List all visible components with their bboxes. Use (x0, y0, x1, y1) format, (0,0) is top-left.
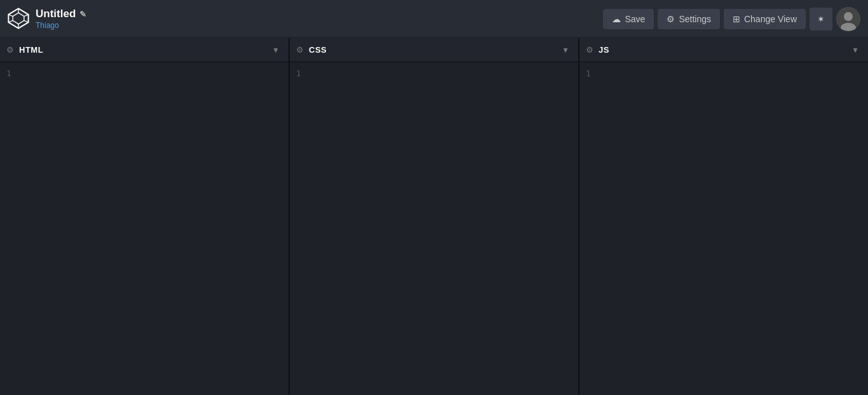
settings-label: Settings (679, 14, 711, 24)
project-owner: Thiago (36, 21, 86, 30)
js-panel-chevron[interactable]: ▼ (849, 44, 862, 56)
pin-icon: ✶ (817, 14, 825, 24)
html-panel-content[interactable]: 1 (0, 62, 288, 395)
html-panel-title: HTML (19, 45, 43, 55)
svg-line-7 (8, 15, 13, 17)
avatar-button[interactable] (836, 7, 860, 31)
css-panel-title: CSS (309, 45, 327, 55)
topbar: Untitled ✎ Thiago ☁ Save ⚙ Settings ⊞ Ch… (0, 0, 868, 38)
js-panel-header-left: ⚙ JS (586, 45, 609, 55)
html-panel-header: ⚙ HTML ▼ (0, 38, 288, 62)
css-panel-chevron[interactable]: ▼ (559, 44, 572, 56)
css-gear-icon[interactable]: ⚙ (296, 45, 304, 55)
css-panel-header-left: ⚙ CSS (296, 45, 327, 55)
change-view-button[interactable]: ⊞ Change View (724, 9, 806, 29)
js-gear-icon[interactable]: ⚙ (586, 45, 593, 55)
html-line-number-1: 1 (6, 69, 11, 78)
html-panel-chevron[interactable]: ▼ (269, 44, 282, 56)
topbar-left: Untitled ✎ Thiago (8, 8, 86, 29)
project-title-text: Untitled (36, 8, 76, 20)
edit-icon[interactable]: ✎ (79, 10, 86, 20)
save-cloud-icon: ☁ (612, 14, 621, 24)
editor-area: ⚙ HTML ▼ 1 ⚙ CSS ▼ 1 ⚙ JS ▼ (0, 38, 868, 395)
js-panel-content[interactable]: 1 (580, 62, 868, 395)
js-panel: ⚙ JS ▼ 1 (580, 38, 868, 395)
save-label: Save (625, 14, 645, 24)
css-panel-header: ⚙ CSS ▼ (290, 38, 578, 62)
css-panel-content[interactable]: 1 (290, 62, 578, 395)
svg-line-6 (8, 21, 13, 23)
js-panel-title: JS (599, 45, 609, 55)
js-panel-header: ⚙ JS ▼ (580, 38, 868, 62)
change-view-label: Change View (744, 14, 797, 24)
html-panel: ⚙ HTML ▼ 1 (0, 38, 290, 395)
title-block: Untitled ✎ Thiago (36, 8, 86, 29)
change-view-grid-icon: ⊞ (733, 14, 740, 24)
settings-gear-icon: ⚙ (667, 14, 675, 24)
css-line-number-1: 1 (296, 69, 301, 78)
logo-icon (8, 8, 29, 29)
svg-marker-1 (13, 13, 24, 25)
css-panel: ⚙ CSS ▼ 1 (290, 38, 580, 395)
project-title: Untitled ✎ (36, 8, 86, 20)
topbar-right: ☁ Save ⚙ Settings ⊞ Change View ✶ (603, 7, 860, 31)
html-panel-header-left: ⚙ HTML (6, 45, 43, 55)
svg-point-9 (844, 12, 853, 21)
pin-button[interactable]: ✶ (810, 8, 832, 30)
settings-button[interactable]: ⚙ Settings (658, 9, 720, 29)
html-gear-icon[interactable]: ⚙ (6, 45, 14, 55)
js-line-number-1: 1 (586, 69, 591, 78)
save-button[interactable]: ☁ Save (603, 9, 654, 29)
